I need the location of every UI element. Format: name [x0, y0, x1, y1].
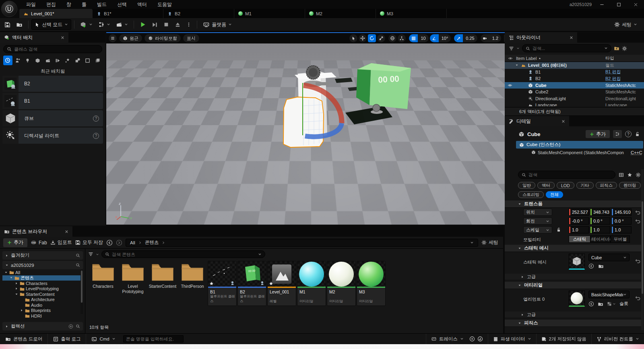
help-icon[interactable]: ? [625, 131, 632, 137]
camera-speed-value[interactable]: 1.2 [489, 36, 501, 41]
display-options-icon[interactable] [619, 172, 624, 178]
insights-icon[interactable] [469, 336, 475, 342]
outliner-row-Level_001 (에디터)[interactable]: Level_001 (에디터) 월드 [505, 62, 644, 69]
mobility-스테이셔너리[interactable]: 스테이셔너리 [590, 235, 611, 243]
scale-tool-icon[interactable] [377, 34, 385, 42]
derived-data-dropdown[interactable]: 파생 데이터 [488, 334, 536, 345]
section-physics[interactable]: 피직스 [505, 320, 641, 327]
add-component-button[interactable]: 추가 [586, 130, 610, 138]
asset-tab-M1[interactable]: M1 [234, 9, 305, 18]
asset-card-M3[interactable]: M3 머티리얼 [357, 261, 386, 306]
search-icon[interactable] [76, 263, 80, 267]
outliner-tab[interactable]: 아웃라이너 [505, 32, 577, 43]
transform-value-field[interactable]: 0.0 ° [611, 217, 632, 225]
details-filter-스트리밍[interactable]: 스트리밍 [518, 191, 544, 198]
details-filter-전체[interactable]: 전체 [546, 191, 563, 198]
favorites-star-icon[interactable] [627, 172, 632, 178]
outliner-type[interactable]: B1 편집 [605, 69, 644, 75]
unlock-icon[interactable] [556, 227, 561, 232]
viewport-scene[interactable]: 00 00 Z X Y [106, 43, 514, 225]
category-recent-icon[interactable] [3, 56, 12, 65]
details-filter-피직스[interactable]: 피직스 [596, 182, 617, 189]
asset-card-M1[interactable]: M1 머티리얼 [297, 261, 326, 306]
menu-도움말[interactable]: 도움말 [152, 0, 177, 9]
reset-staticmesh-icon[interactable] [635, 258, 640, 264]
maximize-icon[interactable] [610, 0, 627, 9]
cb-save-all-button[interactable]: 모두 저장 [75, 239, 103, 246]
category-volumes-icon[interactable] [83, 56, 92, 65]
outliner-row-Landscape[interactable]: Landscape Landscape [505, 102, 644, 106]
grid-snap-value[interactable]: 10 [418, 36, 428, 41]
asset-card-Level_001[interactable]: Level_001 레벨 [267, 261, 296, 306]
outliner-row-DirectionalLight[interactable]: DirectionalLight DirectionalLight [505, 95, 644, 102]
output-log-button[interactable]: 출력 로그 [48, 334, 86, 345]
settings-dropdown[interactable]: 세팅 [611, 19, 640, 30]
reset-to-default-icon[interactable] [635, 219, 640, 224]
cb-add-button[interactable]: 추가 [3, 238, 27, 247]
minimize-icon[interactable] [593, 0, 610, 9]
transform-value-field[interactable]: -0.0 ° [569, 217, 589, 225]
unsaved-changes-button[interactable]: 2개 저장되지 않음 [536, 334, 591, 345]
caret-icon[interactable] [4, 271, 8, 274]
tree-scrollbar-thumb[interactable] [81, 271, 83, 303]
rotate-tool-icon[interactable] [368, 34, 376, 42]
folder-tile-Characters[interactable]: Characters [89, 261, 118, 289]
chevron-down-icon[interactable] [258, 252, 262, 257]
caret-icon[interactable] [9, 276, 13, 279]
content-browser-tab[interactable]: 콘텐츠 브라우저 [0, 226, 72, 237]
category-lights-icon[interactable] [23, 56, 33, 65]
console-command-field[interactable] [123, 335, 184, 343]
details-filter-렌더링[interactable]: 렌더링 [619, 182, 641, 189]
outliner-column-header[interactable]: Item Label 타입 [505, 55, 644, 62]
cb-fab-button[interactable]: FAB Fab [31, 240, 47, 246]
play-button[interactable] [137, 19, 149, 30]
show-flags-dropdown[interactable]: 표시 [183, 34, 199, 42]
view-mode-dropdown[interactable]: 라이팅포함 [144, 34, 181, 42]
chevron-down-icon[interactable] [96, 252, 99, 257]
browse-to-asset-icon[interactable] [598, 263, 604, 269]
tree-folder-Blueprints[interactable]: Blueprints [2, 308, 81, 314]
forward-icon[interactable] [116, 240, 122, 246]
collections-header[interactable]: 컬렉션 [2, 322, 83, 330]
browse-to-asset-icon[interactable] [598, 301, 603, 307]
asset-card-B1[interactable]: B1 블루프린트 클래스 [208, 261, 237, 306]
surface-snapping-icon[interactable] [398, 34, 406, 42]
camera-speed-control[interactable]: 1.2 [481, 34, 501, 42]
add-actor-dropdown[interactable] [77, 19, 95, 30]
move-tool-icon[interactable] [359, 34, 367, 42]
section-advanced-1[interactable]: 고급 [505, 274, 641, 280]
world-space-icon[interactable] [388, 34, 396, 42]
item-label-column[interactable]: Item Label [516, 56, 537, 61]
revision-control-dropdown[interactable]: 리비전 컨트롤 [591, 334, 644, 345]
menu-파일[interactable]: 파일 [21, 0, 41, 9]
transform-value-field[interactable]: 348.743 [590, 209, 610, 216]
category-shapes-icon[interactable] [33, 56, 42, 65]
perspective-dropdown[interactable]: 원근 [119, 34, 142, 42]
asset-tab-B2[interactable]: B2 [163, 9, 234, 18]
place-item-큐브[interactable]: 큐브 ? [2, 110, 103, 126]
details-tab[interactable]: 디테일 [505, 116, 569, 126]
trace-dropdown[interactable]: 트레이스 [426, 334, 488, 345]
place-item-디렉셔널 라이트[interactable]: 디렉셔널 라이트 ? [2, 128, 103, 144]
asset-card-M2[interactable]: M2 머티리얼 [327, 261, 356, 306]
outliner-type[interactable]: B2 편집 [605, 76, 644, 82]
outliner-row-B1[interactable]: B1 B1 편집 [505, 69, 644, 76]
caret-icon[interactable] [14, 287, 19, 290]
close-icon[interactable] [570, 36, 573, 39]
eject-button[interactable] [172, 19, 184, 30]
blueprints-dropdown[interactable] [95, 19, 113, 30]
outliner-filter-icon[interactable] [509, 46, 514, 51]
level-viewport[interactable]: 00 00 Z X Y 원근 라이팅포함 표시 [106, 32, 514, 225]
unlock-icon[interactable] [635, 132, 640, 137]
transform-value-field[interactable]: 252.527 [569, 209, 589, 216]
outliner-row-Cube2[interactable]: Cube2 StaticMeshActc [505, 89, 644, 95]
material-checker-icon[interactable] [607, 302, 612, 306]
convert-to-blueprint-icon[interactable] [613, 130, 622, 138]
use-selected-asset-icon[interactable] [588, 263, 594, 269]
transform-axis-dropdown[interactable]: 회전 [523, 217, 552, 225]
details-filter-일반[interactable]: 일반 [518, 182, 535, 189]
category-geometry-icon[interactable] [73, 56, 83, 65]
browse-content-button[interactable] [13, 19, 25, 30]
menu-빌드[interactable]: 빌드 [92, 0, 112, 9]
mobility-무버블[interactable]: 무버블 [611, 235, 630, 243]
